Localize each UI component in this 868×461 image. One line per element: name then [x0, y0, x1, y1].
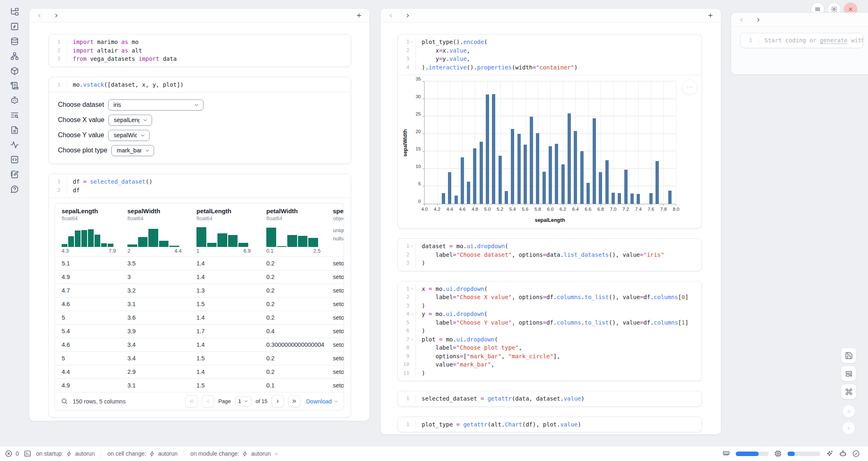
code-cell-selected-dataset[interactable]: 1selected_dataset = getattr(data, datase…: [397, 391, 702, 407]
code-line[interactable]: 3): [398, 259, 702, 267]
error-count-icon[interactable]: [5, 450, 12, 457]
file-text-icon[interactable]: [10, 126, 19, 134]
code-line[interactable]: 3): [398, 302, 702, 310]
plot-type-select[interactable]: mark_bar: [111, 145, 154, 156]
panel-forward-button[interactable]: [755, 16, 762, 23]
code-line[interactable]: 4).interactive().properties(width="conta…: [398, 63, 702, 72]
code-line[interactable]: 2 label="Choose dataset", options=data.l…: [398, 251, 702, 259]
download-button[interactable]: Download: [306, 398, 339, 405]
fold-chevron-icon[interactable]: [410, 312, 414, 316]
code-cell-widget-dropdowns[interactable]: 1x = mo.ui.dropdown(2 label="Choose X va…: [397, 281, 702, 381]
code-line[interactable]: 1df = selected_dataset(): [49, 177, 351, 186]
keyboard-shortcuts-button[interactable]: [841, 384, 856, 399]
ai-assistant-button[interactable]: [839, 450, 847, 457]
table-row[interactable]: 53.41.50.2setos: [55, 351, 344, 365]
scroll-icon[interactable]: [10, 81, 19, 90]
terminal-button[interactable]: [24, 450, 31, 457]
layout-button[interactable]: [841, 366, 856, 381]
interrupt-button[interactable]: [842, 405, 855, 418]
table-row[interactable]: 53.61.40.2setos: [55, 311, 344, 324]
code-cell-dataframe[interactable]: 1df = selected_dataset()2df sepalLengthf…: [48, 174, 351, 417]
code-line[interactable]: 9 options=["mark_bar", "mark_circle"],: [398, 352, 702, 361]
code-line[interactable]: 1plot_type = getattr(alt.Chart(df), plot…: [398, 420, 702, 429]
table-row[interactable]: 5.43.91.70.4setos: [55, 324, 344, 338]
network-icon[interactable]: [10, 52, 19, 60]
panel-back-button[interactable]: [36, 12, 43, 19]
y-value-select[interactable]: sepalWidth: [108, 130, 150, 141]
code-line[interactable]: 1mo.vstack([dataset, x, y, plot]): [49, 81, 351, 89]
runtime-config-2[interactable]: on cell change:autorun: [107, 450, 178, 457]
function-square-icon[interactable]: [10, 22, 19, 31]
code-line[interactable]: 2df: [49, 186, 351, 195]
activity-icon[interactable]: [10, 141, 19, 149]
table-row[interactable]: 4.931.40.2setos: [55, 270, 344, 284]
code-line[interactable]: 3 y=y.value,: [398, 55, 702, 63]
bot-icon[interactable]: [10, 96, 19, 105]
code-line[interactable]: 3from vega_datasets import data: [49, 55, 351, 63]
code-cell-vstack[interactable]: 1mo.vstack([dataset, x, y, plot]) Choose…: [48, 77, 351, 164]
code-line[interactable]: 2import altair as alt: [49, 46, 351, 55]
table-row[interactable]: 4.63.41.40.3000000000000004setos: [55, 338, 344, 351]
table-row[interactable]: 4.42.91.40.2setos: [55, 365, 344, 378]
runtime-config-1[interactable]: on startup:autorun: [36, 450, 95, 457]
chart-menu-button[interactable]: [682, 79, 697, 95]
column-header[interactable]: sepalWidthfloat6424.4: [121, 207, 190, 254]
column-header[interactable]: petalLengthfloat6416.9: [190, 207, 260, 254]
last-page-button[interactable]: [288, 395, 300, 408]
table-row[interactable]: 4.93.11.50.1setos: [55, 378, 344, 392]
x-value-select[interactable]: sepalLength: [108, 115, 152, 126]
table-search-icon[interactable]: [61, 398, 68, 405]
code-line[interactable]: 1x = mo.ui.dropdown(: [398, 285, 702, 293]
table-row[interactable]: 4.73.21.30.2setos: [55, 284, 344, 297]
code-line[interactable]: 5 label="Choose Y value", options=df.col…: [398, 318, 702, 327]
code-line[interactable]: 11): [398, 369, 702, 378]
code-cell-plot-type[interactable]: 1plot_type = getattr(alt.Chart(df), plot…: [397, 417, 702, 433]
database-icon[interactable]: [10, 37, 19, 46]
fold-chevron-icon[interactable]: [410, 337, 414, 341]
code-line[interactable]: 2 x=x.value,: [398, 46, 702, 55]
empty-code-cell[interactable]: 1 Start coding or generate with: [740, 33, 863, 48]
table-row[interactable]: 5.13.51.40.2setos: [55, 256, 344, 270]
run-button[interactable]: [842, 422, 855, 435]
table-row[interactable]: 4.63.11.50.2setos: [55, 297, 344, 311]
code-line[interactable]: 4y = mo.ui.dropdown(: [398, 310, 702, 318]
fold-chevron-icon[interactable]: [410, 40, 414, 44]
add-cell-button[interactable]: [356, 12, 362, 19]
column-header[interactable]: petalWidthfloat640.12.5: [260, 207, 326, 254]
code-line[interactable]: 7plot = mo.ui.dropdown(: [398, 335, 702, 344]
search-list-icon[interactable]: [10, 111, 19, 120]
help-icon[interactable]: [10, 185, 19, 194]
add-cell-button[interactable]: [707, 12, 714, 19]
code-square-icon[interactable]: [10, 155, 19, 164]
column-header[interactable]: speciobjecuniqunulls:: [326, 207, 344, 254]
code-line[interactable]: 1plot_type().encode(: [398, 38, 702, 46]
panel-back-button[interactable]: [388, 12, 394, 19]
code-line[interactable]: 2 label="Choose X value", options=df.col…: [398, 293, 702, 302]
editor-placeholder[interactable]: Start coding or generate with: [759, 36, 863, 45]
code-cell-imports[interactable]: 1import marimo as mo2import altair as al…: [48, 34, 351, 67]
panel-forward-button[interactable]: [404, 12, 411, 19]
prev-page-button[interactable]: [202, 395, 214, 408]
code-line[interactable]: 1selected_dataset = getattr(data, datase…: [398, 394, 702, 403]
panel-forward-button[interactable]: [53, 12, 60, 19]
fold-chevron-icon[interactable]: [410, 244, 414, 249]
notebook-pen-icon[interactable]: [10, 170, 19, 179]
ai-sparkles-button[interactable]: [826, 450, 833, 457]
panel-back-button[interactable]: [738, 16, 745, 23]
code-line[interactable]: 10 value="mark_bar",: [398, 360, 702, 369]
save-notebook-button[interactable]: [841, 348, 856, 363]
column-header[interactable]: sepalLengthfloat644.37.9: [55, 207, 121, 254]
code-line[interactable]: 1dataset = mo.ui.dropdown(: [398, 242, 702, 251]
code-line[interactable]: 8 label="Choose plot type",: [398, 343, 702, 352]
package-icon[interactable]: [10, 67, 19, 75]
file-tree-icon[interactable]: [10, 7, 19, 16]
next-page-button[interactable]: [272, 395, 284, 408]
code-line[interactable]: 1import marimo as mo: [49, 38, 351, 46]
generate-link[interactable]: generate: [820, 37, 847, 44]
page-select[interactable]: 1: [235, 396, 252, 407]
fold-chevron-icon[interactable]: [410, 286, 414, 291]
runtime-config-3[interactable]: on module change:autorun: [190, 450, 279, 457]
code-line[interactable]: 6): [398, 327, 702, 335]
dataset-select[interactable]: iris: [108, 99, 203, 111]
code-cell-plot[interactable]: 1plot_type().encode(2 x=x.value,3 y=y.va…: [397, 34, 702, 228]
